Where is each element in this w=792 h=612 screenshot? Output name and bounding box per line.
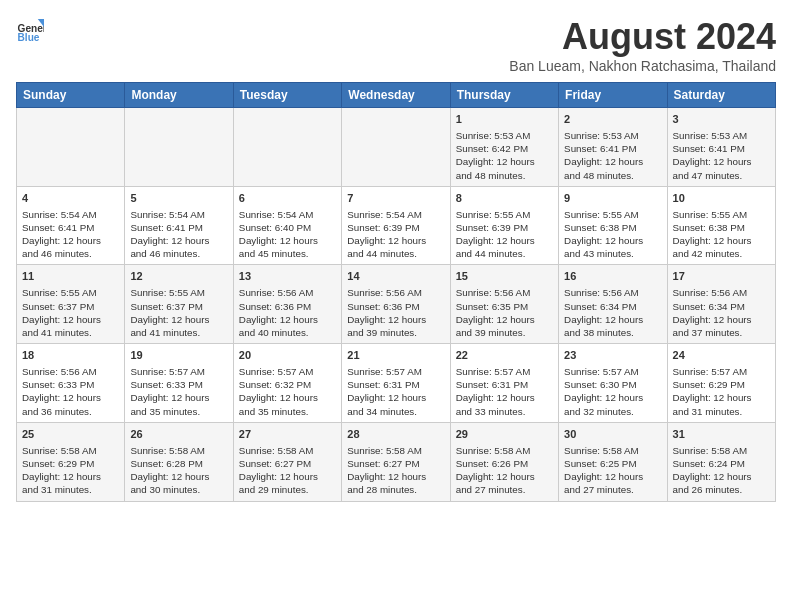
day-number: 17 <box>673 269 770 284</box>
title-area: August 2024 Ban Lueam, Nakhon Ratchasima… <box>509 16 776 74</box>
day-cell: 14Sunrise: 5:56 AMSunset: 6:36 PMDayligh… <box>342 265 450 344</box>
day-number: 24 <box>673 348 770 363</box>
day-cell: 4Sunrise: 5:54 AMSunset: 6:41 PMDaylight… <box>17 186 125 265</box>
day-number: 8 <box>456 191 553 206</box>
day-cell: 28Sunrise: 5:58 AMSunset: 6:27 PMDayligh… <box>342 422 450 501</box>
day-number: 28 <box>347 427 444 442</box>
header: General Blue August 2024 Ban Lueam, Nakh… <box>16 16 776 74</box>
week-row-1: 1Sunrise: 5:53 AMSunset: 6:42 PMDaylight… <box>17 108 776 187</box>
calendar-body: 1Sunrise: 5:53 AMSunset: 6:42 PMDaylight… <box>17 108 776 502</box>
day-info: Sunrise: 5:53 AMSunset: 6:41 PMDaylight:… <box>564 129 661 182</box>
day-info: Sunrise: 5:54 AMSunset: 6:41 PMDaylight:… <box>130 208 227 261</box>
day-number: 16 <box>564 269 661 284</box>
day-cell: 27Sunrise: 5:58 AMSunset: 6:27 PMDayligh… <box>233 422 341 501</box>
page-subtitle: Ban Lueam, Nakhon Ratchasima, Thailand <box>509 58 776 74</box>
day-cell: 30Sunrise: 5:58 AMSunset: 6:25 PMDayligh… <box>559 422 667 501</box>
day-info: Sunrise: 5:58 AMSunset: 6:26 PMDaylight:… <box>456 444 553 497</box>
day-number: 18 <box>22 348 119 363</box>
day-cell: 3Sunrise: 5:53 AMSunset: 6:41 PMDaylight… <box>667 108 775 187</box>
day-info: Sunrise: 5:55 AMSunset: 6:38 PMDaylight:… <box>564 208 661 261</box>
day-number: 12 <box>130 269 227 284</box>
day-info: Sunrise: 5:53 AMSunset: 6:42 PMDaylight:… <box>456 129 553 182</box>
svg-text:Blue: Blue <box>18 32 40 43</box>
day-cell: 16Sunrise: 5:56 AMSunset: 6:34 PMDayligh… <box>559 265 667 344</box>
day-number: 5 <box>130 191 227 206</box>
day-info: Sunrise: 5:55 AMSunset: 6:37 PMDaylight:… <box>130 286 227 339</box>
day-cell: 22Sunrise: 5:57 AMSunset: 6:31 PMDayligh… <box>450 344 558 423</box>
day-info: Sunrise: 5:56 AMSunset: 6:36 PMDaylight:… <box>239 286 336 339</box>
day-info: Sunrise: 5:58 AMSunset: 6:28 PMDaylight:… <box>130 444 227 497</box>
week-row-3: 11Sunrise: 5:55 AMSunset: 6:37 PMDayligh… <box>17 265 776 344</box>
day-info: Sunrise: 5:54 AMSunset: 6:41 PMDaylight:… <box>22 208 119 261</box>
page-title: August 2024 <box>509 16 776 58</box>
header-cell-monday: Monday <box>125 83 233 108</box>
header-cell-wednesday: Wednesday <box>342 83 450 108</box>
day-number: 10 <box>673 191 770 206</box>
day-info: Sunrise: 5:58 AMSunset: 6:25 PMDaylight:… <box>564 444 661 497</box>
day-number: 26 <box>130 427 227 442</box>
day-info: Sunrise: 5:58 AMSunset: 6:27 PMDaylight:… <box>347 444 444 497</box>
day-info: Sunrise: 5:57 AMSunset: 6:33 PMDaylight:… <box>130 365 227 418</box>
day-info: Sunrise: 5:58 AMSunset: 6:24 PMDaylight:… <box>673 444 770 497</box>
day-info: Sunrise: 5:57 AMSunset: 6:30 PMDaylight:… <box>564 365 661 418</box>
day-cell: 12Sunrise: 5:55 AMSunset: 6:37 PMDayligh… <box>125 265 233 344</box>
day-info: Sunrise: 5:54 AMSunset: 6:40 PMDaylight:… <box>239 208 336 261</box>
day-cell: 24Sunrise: 5:57 AMSunset: 6:29 PMDayligh… <box>667 344 775 423</box>
day-info: Sunrise: 5:57 AMSunset: 6:31 PMDaylight:… <box>456 365 553 418</box>
day-info: Sunrise: 5:54 AMSunset: 6:39 PMDaylight:… <box>347 208 444 261</box>
day-number: 14 <box>347 269 444 284</box>
day-info: Sunrise: 5:55 AMSunset: 6:39 PMDaylight:… <box>456 208 553 261</box>
day-number: 15 <box>456 269 553 284</box>
day-cell: 29Sunrise: 5:58 AMSunset: 6:26 PMDayligh… <box>450 422 558 501</box>
header-cell-tuesday: Tuesday <box>233 83 341 108</box>
day-cell: 5Sunrise: 5:54 AMSunset: 6:41 PMDaylight… <box>125 186 233 265</box>
day-number: 2 <box>564 112 661 127</box>
day-number: 1 <box>456 112 553 127</box>
day-number: 30 <box>564 427 661 442</box>
day-info: Sunrise: 5:57 AMSunset: 6:32 PMDaylight:… <box>239 365 336 418</box>
day-info: Sunrise: 5:55 AMSunset: 6:37 PMDaylight:… <box>22 286 119 339</box>
calendar-table: SundayMondayTuesdayWednesdayThursdayFrid… <box>16 82 776 502</box>
day-number: 23 <box>564 348 661 363</box>
week-row-5: 25Sunrise: 5:58 AMSunset: 6:29 PMDayligh… <box>17 422 776 501</box>
day-info: Sunrise: 5:56 AMSunset: 6:35 PMDaylight:… <box>456 286 553 339</box>
day-info: Sunrise: 5:53 AMSunset: 6:41 PMDaylight:… <box>673 129 770 182</box>
day-number: 25 <box>22 427 119 442</box>
day-info: Sunrise: 5:56 AMSunset: 6:34 PMDaylight:… <box>564 286 661 339</box>
header-cell-saturday: Saturday <box>667 83 775 108</box>
day-info: Sunrise: 5:56 AMSunset: 6:36 PMDaylight:… <box>347 286 444 339</box>
day-number: 29 <box>456 427 553 442</box>
day-cell: 11Sunrise: 5:55 AMSunset: 6:37 PMDayligh… <box>17 265 125 344</box>
day-cell: 26Sunrise: 5:58 AMSunset: 6:28 PMDayligh… <box>125 422 233 501</box>
day-cell: 13Sunrise: 5:56 AMSunset: 6:36 PMDayligh… <box>233 265 341 344</box>
day-cell: 9Sunrise: 5:55 AMSunset: 6:38 PMDaylight… <box>559 186 667 265</box>
logo-icon: General Blue <box>16 16 44 44</box>
day-number: 4 <box>22 191 119 206</box>
logo: General Blue <box>16 16 44 44</box>
day-info: Sunrise: 5:57 AMSunset: 6:31 PMDaylight:… <box>347 365 444 418</box>
day-cell <box>233 108 341 187</box>
day-cell: 31Sunrise: 5:58 AMSunset: 6:24 PMDayligh… <box>667 422 775 501</box>
header-cell-friday: Friday <box>559 83 667 108</box>
day-number: 7 <box>347 191 444 206</box>
day-cell: 6Sunrise: 5:54 AMSunset: 6:40 PMDaylight… <box>233 186 341 265</box>
day-number: 20 <box>239 348 336 363</box>
day-number: 11 <box>22 269 119 284</box>
week-row-4: 18Sunrise: 5:56 AMSunset: 6:33 PMDayligh… <box>17 344 776 423</box>
day-cell: 2Sunrise: 5:53 AMSunset: 6:41 PMDaylight… <box>559 108 667 187</box>
day-number: 9 <box>564 191 661 206</box>
day-number: 31 <box>673 427 770 442</box>
day-cell: 19Sunrise: 5:57 AMSunset: 6:33 PMDayligh… <box>125 344 233 423</box>
day-info: Sunrise: 5:56 AMSunset: 6:33 PMDaylight:… <box>22 365 119 418</box>
day-cell <box>125 108 233 187</box>
day-info: Sunrise: 5:55 AMSunset: 6:38 PMDaylight:… <box>673 208 770 261</box>
day-cell <box>17 108 125 187</box>
day-info: Sunrise: 5:57 AMSunset: 6:29 PMDaylight:… <box>673 365 770 418</box>
day-number: 21 <box>347 348 444 363</box>
day-cell: 1Sunrise: 5:53 AMSunset: 6:42 PMDaylight… <box>450 108 558 187</box>
day-number: 22 <box>456 348 553 363</box>
day-cell: 7Sunrise: 5:54 AMSunset: 6:39 PMDaylight… <box>342 186 450 265</box>
day-cell: 23Sunrise: 5:57 AMSunset: 6:30 PMDayligh… <box>559 344 667 423</box>
day-number: 3 <box>673 112 770 127</box>
header-cell-sunday: Sunday <box>17 83 125 108</box>
